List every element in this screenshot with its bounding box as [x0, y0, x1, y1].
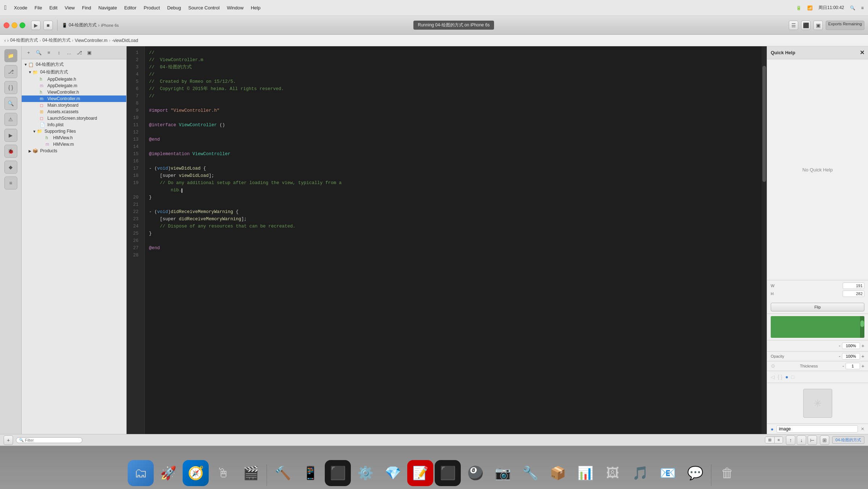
- search-icon[interactable]: 🔍: [850, 5, 855, 10]
- width-input[interactable]: [843, 282, 864, 289]
- sidebar-item-viewcontroller-h[interactable]: h ViewController.h: [22, 89, 126, 95]
- dock-ptype[interactable]: 📝: [407, 460, 433, 486]
- menu-icon[interactable]: ≡: [861, 5, 864, 10]
- debug-navigator-btn[interactable]: 🐞: [4, 145, 17, 158]
- image-nav-icon[interactable]: ◁: [771, 374, 775, 380]
- list-view-btn[interactable]: ≡: [775, 437, 783, 443]
- thickness-plus-btn[interactable]: +: [861, 363, 864, 369]
- clear-icon[interactable]: ✕: [861, 426, 864, 431]
- opacity-plus-btn[interactable]: +: [861, 353, 864, 359]
- dock-finder[interactable]: 🗂: [128, 460, 154, 486]
- log-btn[interactable]: ≡: [4, 177, 17, 190]
- sidebar-hierarchy-btn[interactable]: ≡: [45, 49, 53, 57]
- minimize-button[interactable]: [12, 22, 17, 28]
- sidebar-item-group[interactable]: ▼ 📁 04-绘图的方式: [22, 68, 126, 76]
- stop-button[interactable]: ■: [43, 21, 53, 30]
- menu-view[interactable]: View: [65, 5, 75, 10]
- breakpoint-btn[interactable]: ◆: [4, 161, 17, 174]
- square-icon[interactable]: □: [791, 374, 794, 380]
- dock-dvd[interactable]: 🎬: [238, 460, 264, 486]
- sidebar-source-btn[interactable]: ⎇: [75, 49, 83, 57]
- sidebar-filter-btn[interactable]: 🔍: [35, 49, 43, 57]
- dock-terminal2[interactable]: ⬛: [325, 460, 351, 486]
- maximize-button[interactable]: [20, 22, 25, 28]
- image-nav2-icon[interactable]: { }: [778, 374, 782, 380]
- breadcrumb-part2[interactable]: 04-绘图的方式: [42, 37, 70, 43]
- plus-btn[interactable]: +: [861, 343, 864, 349]
- bottom-search-box[interactable]: 🔍: [16, 437, 82, 443]
- view-utilities-btn[interactable]: ▣: [813, 21, 823, 30]
- dock-safari[interactable]: 🧭: [183, 460, 209, 486]
- sidebar-item-appdelegate-m[interactable]: m AppDelegate.m: [22, 82, 126, 89]
- sidebar-item-infoplist[interactable]: 📄 Info.plist: [22, 122, 126, 128]
- sidebar-item-supporting-files[interactable]: ▼ 📁 Supporting Files: [22, 128, 126, 135]
- menu-find[interactable]: Find: [82, 5, 91, 10]
- view-debug-btn[interactable]: ⬛: [801, 21, 810, 30]
- sidebar-item-products[interactable]: ▶ 📦 Products: [22, 148, 126, 154]
- menu-help[interactable]: Help: [251, 5, 260, 10]
- bottom-search-input[interactable]: [25, 438, 79, 442]
- dock-phone[interactable]: 📱: [297, 460, 323, 486]
- code-container[interactable]: 1 2 3 4 5 6 7 8 9 10 11 12 13 14: [127, 46, 767, 434]
- dock-app5[interactable]: 🎵: [627, 460, 653, 486]
- close-button[interactable]: [4, 22, 9, 28]
- thickness-input[interactable]: [846, 363, 860, 369]
- opacity-input[interactable]: [842, 353, 860, 360]
- sidebar-item-hmview-m[interactable]: m HMView.m: [22, 141, 126, 148]
- dock-mouse[interactable]: 🖱: [210, 460, 236, 486]
- test-navigator-btn[interactable]: ▶: [4, 129, 17, 142]
- menu-product[interactable]: Product: [144, 5, 160, 10]
- scrollbar[interactable]: [762, 46, 767, 434]
- dock-sketch[interactable]: 💎: [380, 460, 406, 486]
- breadcrumb-part1[interactable]: 04-绘图的方式: [10, 37, 38, 43]
- dock-app2[interactable]: 📦: [545, 460, 571, 486]
- sidebar-item-assets[interactable]: ⊞ Assets.xcassets: [22, 109, 126, 115]
- height-input[interactable]: [843, 290, 864, 297]
- circle-icon[interactable]: ●: [785, 374, 788, 380]
- sidebar-view-btn[interactable]: ▣: [85, 49, 93, 57]
- issue-navigator-btn[interactable]: ⚠: [4, 113, 17, 126]
- close-panel-btn[interactable]: ✕: [860, 49, 864, 56]
- menu-edit[interactable]: Edit: [49, 5, 57, 10]
- code-content[interactable]: // // ViewController.m // 04-绘图的方式 // //…: [145, 46, 767, 434]
- nav-split-btn[interactable]: ⊢: [808, 435, 817, 445]
- dock-iphoto[interactable]: 📷: [490, 460, 516, 486]
- dock-trash[interactable]: 🗑: [714, 460, 740, 486]
- symbol-navigator-btn[interactable]: { }: [4, 81, 17, 94]
- dock-app4[interactable]: 🖼: [600, 460, 626, 486]
- file-navigator-btn[interactable]: 📁: [4, 49, 17, 62]
- dock-hammer[interactable]: 🔨: [270, 460, 296, 486]
- apple-menu[interactable]: : [4, 4, 7, 12]
- menu-editor[interactable]: Editor: [124, 5, 136, 10]
- minus-btn[interactable]: -: [839, 343, 841, 349]
- menu-source-control[interactable]: Source Control: [188, 5, 220, 10]
- exports-label[interactable]: Exports Remaining: [826, 21, 864, 30]
- bottom-add-btn[interactable]: +: [4, 435, 13, 445]
- source-control-btn[interactable]: ⎇: [4, 65, 17, 78]
- menu-window[interactable]: Window: [227, 5, 243, 10]
- menu-navigate[interactable]: Navigate: [98, 5, 117, 10]
- search-navigator-btn[interactable]: 🔍: [4, 97, 17, 110]
- sidebar-add-btn[interactable]: +: [25, 49, 33, 57]
- nav-down-btn[interactable]: ↓: [797, 435, 806, 445]
- grid-view-btn[interactable]: ⊞: [765, 437, 775, 443]
- dock-app6[interactable]: 📧: [655, 460, 681, 486]
- dock-launchpad[interactable]: 🚀: [155, 460, 181, 486]
- scroll-thumb-green[interactable]: [860, 320, 864, 327]
- percent1-input[interactable]: [842, 343, 860, 349]
- thickness-minus-btn[interactable]: -: [842, 363, 844, 369]
- dock-settings[interactable]: ⚙️: [352, 460, 378, 486]
- sidebar-item-hmview-h[interactable]: h HMView.h: [22, 135, 126, 141]
- gear-icon[interactable]: ⚙: [771, 363, 775, 369]
- nav-forward[interactable]: ›: [7, 38, 9, 43]
- sidebar-item-project[interactable]: ▼ 📋 04-绘图的方式: [22, 61, 126, 68]
- image-input[interactable]: [776, 425, 858, 433]
- scroll-thumb[interactable]: [762, 66, 766, 182]
- run-button[interactable]: ▶: [31, 21, 41, 30]
- editor-area[interactable]: 1 2 3 4 5 6 7 8 9 10 11 12 13 14: [127, 46, 767, 434]
- breadcrumb-part4[interactable]: -viewDidLoad: [112, 38, 138, 43]
- menu-file[interactable]: File: [34, 5, 42, 10]
- sidebar-item-launchscreen[interactable]: ◻ LaunchScreen.storyboard: [22, 115, 126, 122]
- nav-up-btn[interactable]: ↑: [786, 435, 795, 445]
- breadcrumb-part3[interactable]: ViewController.m: [75, 38, 107, 43]
